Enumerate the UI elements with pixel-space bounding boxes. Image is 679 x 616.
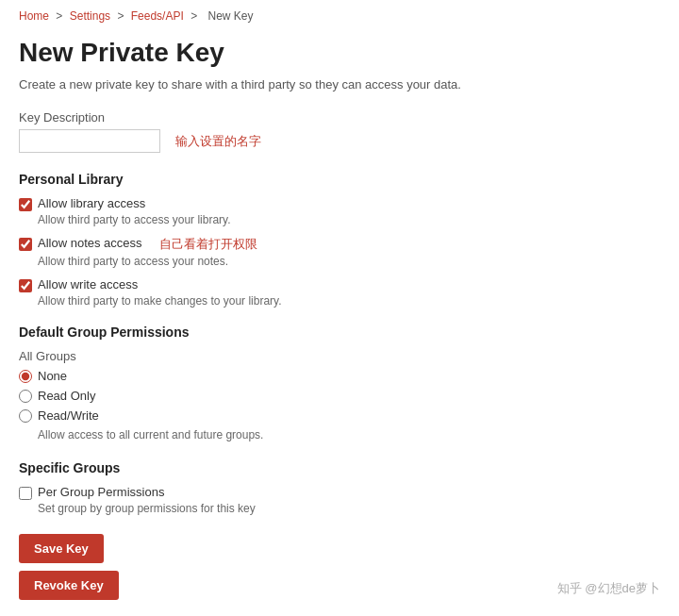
breadcrumb: Home > Settings > Feeds/API > New Key: [19, 9, 660, 23]
allow-library-access-row: Allow library access: [19, 196, 660, 211]
watermark: 知乎 @幻想de萝卜: [557, 580, 660, 597]
key-description-input[interactable]: [19, 129, 160, 153]
breadcrumb-home[interactable]: Home: [19, 9, 49, 23]
radio-none-label: None: [38, 369, 67, 383]
per-group-row: Per Group Permissions: [19, 485, 660, 500]
allow-notes-access-checkbox[interactable]: [19, 238, 32, 251]
personal-library-section: Personal Library Allow library access Al…: [19, 172, 660, 308]
key-description-label: Key Description: [19, 110, 660, 125]
radio-none-row: None: [19, 369, 660, 383]
all-groups-label: All Groups: [19, 349, 660, 363]
radio-read-write[interactable]: [19, 409, 32, 423]
allow-library-access-desc: Allow third party to access your library…: [38, 213, 660, 226]
key-description-section: Key Description 输入设置的名字: [19, 110, 660, 153]
save-key-button[interactable]: Save Key: [19, 534, 104, 563]
radio-none[interactable]: [19, 370, 32, 383]
radio-read-only-row: Read Only: [19, 389, 660, 403]
read-write-desc: Allow access to all current and future g…: [38, 428, 660, 441]
page-title: New Private Key: [19, 38, 660, 68]
default-group-section: Default Group Permissions All Groups Non…: [19, 325, 660, 441]
allow-write-access-desc: Allow third party to make changes to you…: [38, 294, 660, 308]
per-group-desc: Set group by group permissions for this …: [38, 502, 660, 515]
specific-groups-section: Specific Groups Per Group Permissions Se…: [19, 460, 660, 515]
per-group-label: Per Group Permissions: [38, 485, 164, 499]
default-group-title: Default Group Permissions: [19, 325, 660, 340]
allow-write-access-row: Allow write access: [19, 277, 660, 292]
revoke-key-button[interactable]: Revoke Key: [19, 571, 119, 600]
checkbox-hint: 自己看着打开权限: [159, 236, 257, 253]
personal-library-title: Personal Library: [19, 172, 660, 187]
specific-groups-title: Specific Groups: [19, 460, 660, 475]
page-subtitle: Create a new private key to share with a…: [19, 77, 660, 92]
radio-read-only[interactable]: [19, 390, 32, 403]
per-group-checkbox[interactable]: [19, 487, 32, 500]
key-description-hint: 输入设置的名字: [175, 133, 261, 150]
allow-write-access-label: Allow write access: [38, 277, 138, 291]
radio-read-write-row: Read/Write: [19, 408, 660, 423]
allow-library-access-label: Allow library access: [38, 196, 145, 210]
allow-notes-access-row: Allow notes access 自己看着打开权限: [19, 236, 660, 253]
radio-read-write-label: Read/Write: [38, 408, 99, 423]
key-description-row: 输入设置的名字: [19, 129, 660, 153]
breadcrumb-current: New Key: [207, 9, 253, 23]
allow-library-access-checkbox[interactable]: [19, 198, 32, 211]
breadcrumb-feeds-api[interactable]: Feeds/API: [131, 9, 184, 23]
allow-write-access-checkbox[interactable]: [19, 279, 32, 292]
breadcrumb-settings[interactable]: Settings: [70, 9, 110, 23]
allow-notes-access-desc: Allow third party to access your notes.: [38, 255, 660, 268]
radio-read-only-label: Read Only: [38, 389, 95, 403]
allow-notes-access-label: Allow notes access: [38, 236, 142, 250]
